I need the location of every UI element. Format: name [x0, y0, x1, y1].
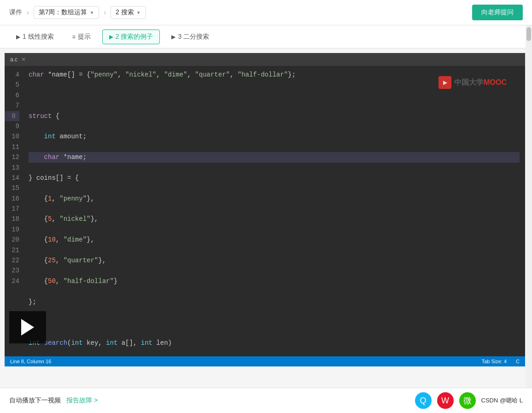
- play-icon-3: ▶: [171, 34, 175, 40]
- play-triangle-icon: [21, 319, 34, 336]
- chevron-down-icon: ▼: [89, 10, 94, 15]
- tab-examples-label: 2 搜索的例子: [116, 33, 153, 41]
- chevron-down-icon-2: ▼: [136, 10, 141, 15]
- nav-sep-1: ›: [27, 9, 29, 16]
- wechat-icon[interactable]: 微: [459, 392, 476, 409]
- watermark-text: 中国大学MOOC: [454, 78, 507, 88]
- nav-section-dropdown[interactable]: 2 搜索 ▼: [111, 6, 146, 19]
- editor-filename: a.c: [10, 56, 18, 63]
- auto-play-label: 自动播放下一视频: [9, 396, 61, 405]
- top-nav: 课件 › 第7周：数组运算 ▼ › 2 搜索 ▼ 向老师提问: [0, 0, 532, 25]
- tab-hint[interactable]: ≡ 提示: [65, 30, 98, 44]
- tab-hint-label: 提示: [78, 33, 91, 41]
- tab-examples[interactable]: ▶ 2 搜索的例子: [102, 30, 160, 44]
- tab-binary-label: 3 二分搜索: [178, 33, 209, 41]
- hint-icon: ≡: [72, 34, 76, 40]
- status-right: Tab Size: 4 C: [482, 359, 520, 364]
- qq-icon[interactable]: Q: [415, 392, 432, 409]
- nav-week-dropdown[interactable]: 第7周：数组运算 ▼: [34, 6, 99, 19]
- scrollbar[interactable]: [526, 25, 532, 388]
- bottom-bar: 自动播放下一视频 报告故障 > Q W 微 CSDN @嗯哈 L: [0, 388, 532, 413]
- ask-teacher-button[interactable]: 向老师提问: [472, 5, 523, 20]
- status-bar: Line 8, Column 16 Tab Size: 4 C: [5, 356, 525, 366]
- user-info: CSDN @嗯哈 L: [481, 396, 523, 405]
- tab-linear[interactable]: ▶ 1 线性搜索: [9, 30, 61, 44]
- close-icon[interactable]: ✕: [21, 56, 26, 63]
- play-icon-2: ▶: [109, 34, 113, 40]
- status-language: C: [516, 359, 520, 364]
- bottom-icons: Q W 微 CSDN @嗯哈 L: [415, 392, 523, 409]
- watermark-play-icon: ▶: [438, 76, 451, 89]
- status-position: Line 8, Column 16: [10, 359, 51, 364]
- code-editor: a.c ✕ 4 5 6 7 8 9 10 11 12 13 14 15 16 1…: [5, 53, 525, 366]
- weibo-icon[interactable]: W: [437, 392, 454, 409]
- report-link[interactable]: 报告故障 >: [66, 396, 98, 405]
- tab-bar: ▶ 1 线性搜索 ≡ 提示 ▶ 2 搜索的例子 ▶ 3 二分搜索: [0, 25, 532, 48]
- nav-week-label: 第7周：数组运算: [39, 8, 88, 17]
- play-button-overlay[interactable]: [9, 311, 46, 343]
- nav-section-label: 2 搜索: [116, 8, 134, 17]
- code-area: 4 5 6 7 8 9 10 11 12 13 14 15 16 17 18 1…: [5, 66, 525, 356]
- editor-titlebar: a.c ✕: [5, 53, 525, 66]
- scrollbar-thumb[interactable]: [526, 27, 531, 41]
- play-icon-1: ▶: [16, 34, 20, 40]
- status-tab-size: Tab Size: 4: [482, 359, 507, 364]
- tab-binary[interactable]: ▶ 3 二分搜索: [164, 30, 216, 44]
- nav-sep-2: ›: [104, 9, 106, 16]
- nav-course[interactable]: 课件: [9, 8, 22, 17]
- tab-linear-label: 1 线性搜索: [23, 33, 54, 41]
- code-content: char *name[] = {"penny", "nickel", "dime…: [23, 66, 525, 356]
- watermark: ▶ 中国大学MOOC: [438, 76, 507, 89]
